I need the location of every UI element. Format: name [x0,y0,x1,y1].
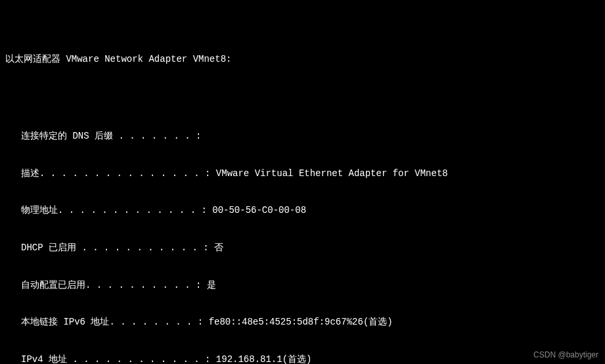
prop-value: 是 [207,280,216,290]
prop-line: DHCP 已启用 . . . . . . . . . . . : 否 [5,242,600,254]
adapter-block-vmnet8: 以太网适配器 VMware Network Adapter VMnet8: 连接… [5,28,600,364]
adapter-header-name: VMware Network Adapter VMnet8: [66,54,231,64]
adapter-header-prefix: 以太网适配器 [5,54,66,64]
prop-value: fe80::48e5:4525:5d8f:9c67%26(首选) [209,317,393,327]
prop-line: 物理地址. . . . . . . . . . . . . : 00-50-56… [5,204,600,217]
prop-line: 自动配置已启用. . . . . . . . . . : 是 [5,279,600,292]
adapter-header: 以太网适配器 VMware Network Adapter VMnet8: [5,53,600,66]
prop-label: 本地链接 IPv6 地址. . . . . . . . : [21,317,203,327]
prop-line: IPv4 地址 . . . . . . . . . . . . : 192.16… [5,353,600,364]
prop-line: 描述. . . . . . . . . . . . . . . : VMware… [5,168,600,180]
prop-line: 本地链接 IPv6 地址. . . . . . . . : fe80::48e5… [5,316,600,329]
prop-label: 描述. . . . . . . . . . . . . . . : [21,168,210,179]
prop-value: 否 [214,242,223,253]
prop-label: 自动配置已启用. . . . . . . . . . : [21,280,201,290]
prop-value: 192.168.81.1(首选) [216,354,312,364]
blank-line [5,93,600,105]
prop-label: 物理地址. . . . . . . . . . . . . : [21,205,207,216]
prop-value: 00-50-56-C0-00-08 [212,205,306,216]
watermark: CSDN @babytiger [533,350,598,360]
prop-line: 连接特定的 DNS 后缀 . . . . . . . : [5,130,600,143]
terminal-output: 以太网适配器 VMware Network Adapter VMnet8: 连接… [0,0,605,364]
prop-value: VMware Virtual Ethernet Adapter for VMne… [216,168,448,179]
prop-label: IPv4 地址 . . . . . . . . . . . . : [21,354,210,364]
prop-label: 连接特定的 DNS 后缀 . . . . . . . : [21,131,201,141]
prop-label: DHCP 已启用 . . . . . . . . . . . : [21,242,209,253]
